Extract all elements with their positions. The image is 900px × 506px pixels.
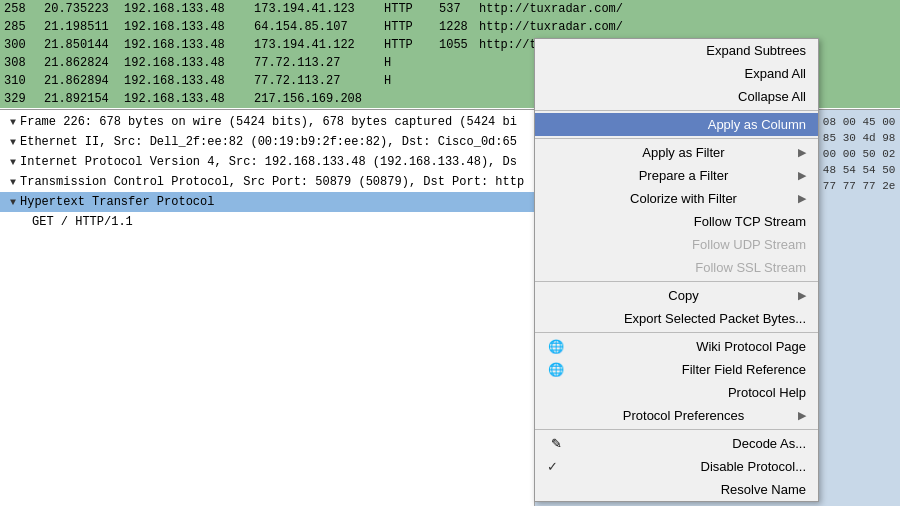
pkt-len xyxy=(435,72,475,90)
pkt-proto: HTTP xyxy=(380,18,435,36)
pkt-no: 300 xyxy=(0,36,40,54)
menu-item-collapse-all[interactable]: Collapse All xyxy=(535,85,818,108)
menu-separator xyxy=(535,429,818,430)
menu-item-prepare-filter[interactable]: Prepare a Filter▶ xyxy=(535,164,818,187)
pkt-time: 21.850144 xyxy=(40,36,120,54)
globe-icon: 🌐 xyxy=(547,339,565,354)
menu-item-follow-ssl[interactable]: Follow SSL Stream xyxy=(535,256,818,279)
menu-label: Colorize with Filter xyxy=(630,191,737,206)
menu-label: Expand All xyxy=(745,66,806,81)
submenu-arrow-icon: ▶ xyxy=(798,192,806,205)
tree-item-frame[interactable]: ▼Frame 226: 678 bytes on wire (5424 bits… xyxy=(0,112,534,132)
pkt-no: 258 xyxy=(0,0,40,18)
pkt-src: 192.168.133.48 xyxy=(120,0,250,18)
menu-label: Follow UDP Stream xyxy=(692,237,806,252)
menu-label: Wiki Protocol Page xyxy=(696,339,806,354)
pkt-time: 21.198511 xyxy=(40,18,120,36)
menu-item-apply-as-column[interactable]: Apply as Column xyxy=(535,113,818,136)
menu-item-decode-as[interactable]: ✎Decode As... xyxy=(535,432,818,455)
no-icon xyxy=(547,288,565,303)
menu-item-resolve-name[interactable]: Resolve Name xyxy=(535,478,818,501)
no-icon xyxy=(547,66,565,81)
menu-label: Follow SSL Stream xyxy=(695,260,806,275)
menu-separator xyxy=(535,138,818,139)
menu-separator xyxy=(535,332,818,333)
menu-item-follow-udp[interactable]: Follow UDP Stream xyxy=(535,233,818,256)
pkt-proto: HTTP xyxy=(380,0,435,18)
pkt-src: 192.168.133.48 xyxy=(120,18,250,36)
table-row[interactable]: 285 21.198511 192.168.133.48 64.154.85.1… xyxy=(0,18,900,36)
pkt-src: 192.168.133.48 xyxy=(120,72,250,90)
menu-item-disable-protocol[interactable]: ✓Disable Protocol... xyxy=(535,455,818,478)
menu-label: Expand Subtrees xyxy=(706,43,806,58)
no-icon xyxy=(547,168,565,183)
no-icon xyxy=(547,214,565,229)
menu-item-expand-subtrees[interactable]: Expand Subtrees xyxy=(535,39,818,62)
submenu-arrow-icon: ▶ xyxy=(798,289,806,302)
pkt-time: 21.892154 xyxy=(40,90,120,108)
pkt-src: 192.168.133.48 xyxy=(120,90,250,108)
submenu-arrow-icon: ▶ xyxy=(798,169,806,182)
context-menu: Expand Subtrees Expand All Collapse All … xyxy=(534,38,819,502)
pkt-len xyxy=(435,90,475,108)
menu-item-apply-as-filter[interactable]: Apply as Filter▶ xyxy=(535,141,818,164)
menu-label: Apply as Filter xyxy=(642,145,724,160)
menu-label: Protocol Preferences xyxy=(623,408,744,423)
menu-label: Prepare a Filter xyxy=(639,168,729,183)
menu-label: Filter Field Reference xyxy=(682,362,806,377)
pkt-dst: 77.72.113.27 xyxy=(250,54,380,72)
menu-label: Copy xyxy=(668,288,698,303)
tree-label: Frame 226: 678 bytes on wire (5424 bits)… xyxy=(20,115,517,129)
menu-item-colorize-filter[interactable]: Colorize with Filter▶ xyxy=(535,187,818,210)
tree-arrow: ▼ xyxy=(10,157,16,168)
pkt-time: 21.862894 xyxy=(40,72,120,90)
tree-label: GET / HTTP/1.1 xyxy=(32,215,133,229)
tree-item-tcp[interactable]: ▼Transmission Control Protocol, Src Port… xyxy=(0,172,534,192)
tree-arrow: ▼ xyxy=(10,137,16,148)
menu-item-copy[interactable]: Copy▶ xyxy=(535,284,818,307)
pkt-proto: HTTP xyxy=(380,36,435,54)
pkt-dst: 173.194.41.123 xyxy=(250,0,380,18)
menu-label: Protocol Help xyxy=(728,385,806,400)
pkt-proto: H xyxy=(380,72,435,90)
menu-item-protocol-help[interactable]: Protocol Help xyxy=(535,381,818,404)
pkt-len xyxy=(435,54,475,72)
pkt-src: 192.168.133.48 xyxy=(120,54,250,72)
menu-label: Export Selected Packet Bytes... xyxy=(624,311,806,326)
tree-item-http[interactable]: ▼Hypertext Transfer Protocol xyxy=(0,192,534,212)
menu-label: Follow TCP Stream xyxy=(694,214,806,229)
tree-item-ip[interactable]: ▼Internet Protocol Version 4, Src: 192.1… xyxy=(0,152,534,172)
tree-item-ethernet[interactable]: ▼Ethernet II, Src: Dell_2f:ee:82 (00:19:… xyxy=(0,132,534,152)
tree-item-get[interactable]: GET / HTTP/1.1 xyxy=(0,212,534,232)
pkt-len: 537 xyxy=(435,0,475,18)
no-icon xyxy=(547,237,565,252)
menu-item-wiki-protocol[interactable]: 🌐Wiki Protocol Page xyxy=(535,335,818,358)
menu-item-follow-tcp[interactable]: Follow TCP Stream xyxy=(535,210,818,233)
menu-item-protocol-prefs[interactable]: Protocol Preferences▶ xyxy=(535,404,818,427)
pkt-proto xyxy=(380,90,435,108)
table-row[interactable]: 258 20.735223 192.168.133.48 173.194.41.… xyxy=(0,0,900,18)
no-icon xyxy=(547,260,565,275)
menu-item-expand-all[interactable]: Expand All xyxy=(535,62,818,85)
menu-label: Disable Protocol... xyxy=(701,459,807,474)
submenu-arrow-icon: ▶ xyxy=(798,146,806,159)
pencil-icon: ✎ xyxy=(547,436,565,451)
tree-label: Ethernet II, Src: Dell_2f:ee:82 (00:19:b… xyxy=(20,135,517,149)
pkt-proto: H xyxy=(380,54,435,72)
pkt-no: 285 xyxy=(0,18,40,36)
menu-item-export-bytes[interactable]: Export Selected Packet Bytes... xyxy=(535,307,818,330)
pkt-time: 20.735223 xyxy=(40,0,120,18)
tree-label: Hypertext Transfer Protocol xyxy=(20,195,214,209)
pkt-no: 310 xyxy=(0,72,40,90)
pkt-len: 1055 xyxy=(435,36,475,54)
pkt-dst: 64.154.85.107 xyxy=(250,18,380,36)
pkt-dst: 217.156.169.208 xyxy=(250,90,380,108)
submenu-arrow-icon: ▶ xyxy=(798,409,806,422)
no-icon xyxy=(547,482,565,497)
pkt-time: 21.862824 xyxy=(40,54,120,72)
menu-label: Resolve Name xyxy=(721,482,806,497)
menu-item-filter-reference[interactable]: 🌐Filter Field Reference xyxy=(535,358,818,381)
pkt-no: 308 xyxy=(0,54,40,72)
no-icon xyxy=(547,311,565,326)
tree-label: Internet Protocol Version 4, Src: 192.16… xyxy=(20,155,517,169)
